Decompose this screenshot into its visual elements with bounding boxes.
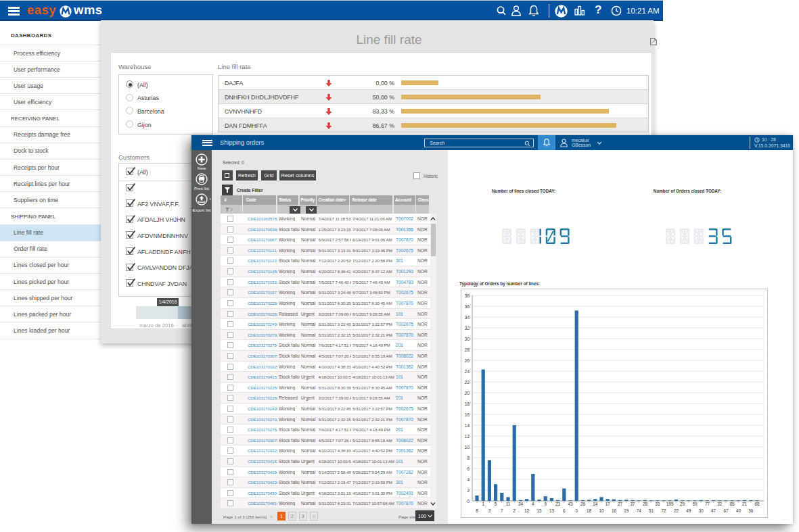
svg-text:28: 28 xyxy=(465,347,470,352)
svg-text:15: 15 xyxy=(537,508,542,512)
svg-text:86: 86 xyxy=(730,502,735,506)
svg-text:0: 0 xyxy=(575,508,578,512)
svg-text:30: 30 xyxy=(465,336,470,341)
svg-text:17: 17 xyxy=(606,502,611,506)
svg-text:49: 49 xyxy=(686,508,691,512)
svg-text:16: 16 xyxy=(465,412,470,416)
svg-text:0: 0 xyxy=(467,498,470,503)
svg-text:10: 10 xyxy=(599,508,604,512)
svg-text:195: 195 xyxy=(666,502,674,506)
svg-text:3: 3 xyxy=(488,508,491,512)
svg-text:34: 34 xyxy=(465,314,470,319)
svg-text:7: 7 xyxy=(501,508,503,512)
svg-text:36: 36 xyxy=(748,508,754,512)
svg-text:30: 30 xyxy=(699,508,704,512)
svg-text:13: 13 xyxy=(549,508,555,512)
svg-text:38: 38 xyxy=(465,293,470,297)
svg-text:67: 67 xyxy=(723,508,729,512)
svg-text:59: 59 xyxy=(692,502,698,506)
svg-text:74: 74 xyxy=(637,508,642,512)
svg-text:12: 12 xyxy=(465,433,470,438)
svg-text:12: 12 xyxy=(524,508,530,512)
svg-text:2: 2 xyxy=(467,487,470,492)
svg-text:18: 18 xyxy=(465,401,470,406)
svg-text:26: 26 xyxy=(580,502,586,506)
svg-text:47: 47 xyxy=(711,508,716,512)
svg-text:32: 32 xyxy=(465,325,470,330)
svg-text:36: 36 xyxy=(465,304,470,308)
svg-text:6: 6 xyxy=(563,508,566,512)
svg-text:29: 29 xyxy=(680,502,685,506)
svg-text:33: 33 xyxy=(655,502,660,506)
svg-text:28: 28 xyxy=(643,502,648,506)
svg-text:18: 18 xyxy=(587,508,592,512)
svg-text:34: 34 xyxy=(518,502,524,506)
svg-text:14: 14 xyxy=(465,422,470,427)
svg-text:51: 51 xyxy=(649,508,654,512)
svg-text:8: 8 xyxy=(467,455,470,460)
svg-text:9: 9 xyxy=(544,502,547,506)
svg-text:4: 4 xyxy=(532,502,534,506)
svg-text:1: 1 xyxy=(482,502,484,506)
svg-text:22: 22 xyxy=(465,379,470,384)
svg-text:68: 68 xyxy=(754,502,760,506)
svg-text:20: 20 xyxy=(465,390,470,395)
svg-text:22: 22 xyxy=(674,508,679,512)
svg-text:21: 21 xyxy=(742,502,748,506)
svg-text:11: 11 xyxy=(506,502,511,506)
svg-text:4: 4 xyxy=(467,477,470,481)
svg-text:8: 8 xyxy=(476,508,478,512)
svg-text:40: 40 xyxy=(736,508,741,512)
svg-text:2: 2 xyxy=(513,508,516,512)
svg-text:14: 14 xyxy=(593,502,598,506)
svg-text:72: 72 xyxy=(661,508,666,512)
svg-text:26: 26 xyxy=(465,358,470,362)
svg-text:16: 16 xyxy=(612,508,617,512)
svg-text:32: 32 xyxy=(717,502,723,506)
svg-text:6: 6 xyxy=(467,466,470,470)
svg-text:24: 24 xyxy=(465,368,470,373)
svg-text:23: 23 xyxy=(555,502,561,506)
svg-text:37: 37 xyxy=(630,502,635,506)
svg-text:19: 19 xyxy=(624,508,629,512)
svg-text:10: 10 xyxy=(465,444,470,449)
svg-text:43: 43 xyxy=(568,502,573,506)
svg-text:5: 5 xyxy=(495,502,497,506)
svg-text:77: 77 xyxy=(705,502,710,506)
svg-text:27: 27 xyxy=(618,502,623,506)
